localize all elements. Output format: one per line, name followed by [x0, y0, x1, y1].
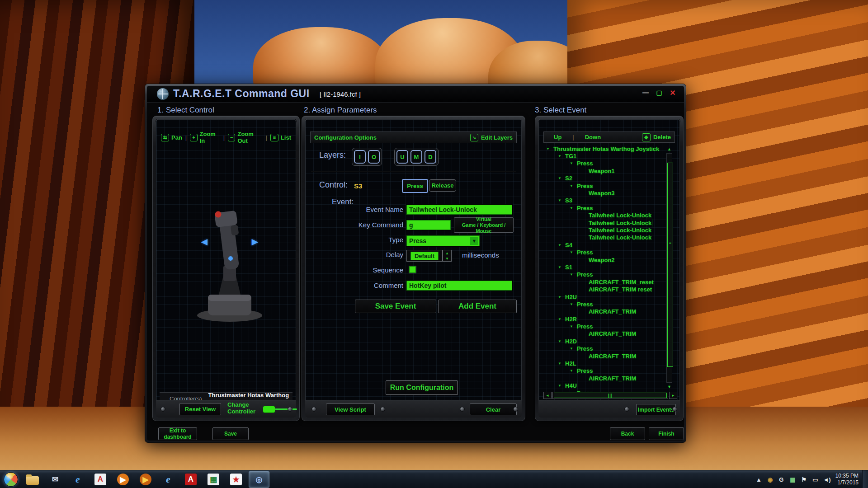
tree-item-aircraft-trim[interactable]: AIRCRAFT_TRIM [543, 308, 665, 315]
game-wheel-icon[interactable]: ◉ [766, 476, 774, 483]
layer-button-m[interactable]: M [410, 150, 422, 164]
expand-arrow-icon[interactable]: ▼ [570, 347, 577, 351]
zoom-out-button[interactable]: − Zoom Out [228, 131, 262, 144]
expand-arrow-icon[interactable]: ▼ [558, 176, 565, 180]
virtual-keyboard-button[interactable]: Virtual Game / Keyboard / Mouse [454, 217, 514, 233]
volume-icon[interactable]: ◄) [823, 476, 830, 483]
expand-arrow-icon[interactable]: ▼ [570, 272, 577, 277]
mail-taskbar-button[interactable]: ✉ [45, 472, 65, 487]
tree-item-tailwheel-lock-unlock[interactable]: Tailwheel Lock-Unlock [543, 226, 665, 234]
list-button[interactable]: ≡ List [270, 134, 291, 141]
expand-arrow-icon[interactable]: ▼ [570, 324, 577, 328]
expand-arrow-icon[interactable]: ▼ [558, 317, 565, 321]
expand-arrow-icon[interactable]: ▼ [558, 384, 565, 388]
show-desktop-button[interactable] [862, 470, 868, 488]
event-name-input[interactable]: Tailwheel Lock-Unlock [406, 205, 512, 215]
delete-button[interactable]: ◈ Delete [642, 133, 671, 141]
comment-input[interactable]: HotKey pilot [406, 281, 512, 291]
target-app-taskbar-button[interactable]: ◎ [249, 471, 269, 488]
rotate-right-arrow-icon[interactable]: ► [250, 235, 260, 248]
exit-to-dashboard-button[interactable]: Exit to dashboard [158, 427, 197, 440]
move-up-button[interactable]: Up [554, 134, 561, 141]
expand-arrow-icon[interactable]: ▼ [558, 361, 565, 366]
favorites-star-taskbar-button[interactable]: ★ [226, 472, 246, 487]
controller-slider-thumb[interactable] [263, 406, 275, 413]
horizontal-scroll-thumb[interactable]: ||| [554, 393, 667, 398]
expand-arrow-icon[interactable]: ▼ [570, 161, 577, 165]
tree-item-press[interactable]: ▼Press [543, 345, 665, 352]
network-icon[interactable]: ▭ [811, 476, 819, 483]
tree-item-h2l[interactable]: ▼H2L [543, 360, 665, 367]
tree-item-thrustmaster-hotas-warthog-joystick[interactable]: ▼Thrustmaster Hotas Warthog Joystick [543, 145, 665, 152]
vertical-scrollbar[interactable]: ▲ ≡ ▼ [666, 146, 673, 390]
expand-arrow-icon[interactable]: ▼ [570, 369, 577, 373]
tree-item-tailwheel-lock-unlock[interactable]: Tailwheel Lock-Unlock [543, 234, 665, 241]
sequence-checkbox[interactable] [409, 266, 416, 273]
tree-item-press[interactable]: ▼Press [543, 367, 665, 375]
app-a-taskbar-button[interactable]: A [90, 472, 110, 487]
minimize-button[interactable]: — [641, 89, 651, 98]
dropdown-arrow-icon[interactable]: ▼ [470, 237, 478, 245]
tree-item-h2r[interactable]: ▼H2R [543, 315, 665, 323]
expand-arrow-icon[interactable]: ▼ [570, 184, 577, 188]
horizontal-scrollbar[interactable]: ◄ ||| ► [543, 392, 677, 399]
save-event-button[interactable]: Save Event [355, 300, 436, 313]
run-configuration-button[interactable]: Run Configuration [386, 380, 458, 395]
show-hidden-icons-icon[interactable]: ▲ [755, 476, 762, 483]
layer-button-u[interactable]: U [396, 150, 408, 164]
title-bar[interactable]: T.A.R.G.E.T Command GUI [ Il2-1946.fcf ]… [147, 86, 684, 103]
delay-field[interactable]: Default [406, 250, 443, 262]
tree-item-press[interactable]: ▼Press [543, 323, 665, 330]
scroll-up-icon[interactable]: ▲ [666, 146, 673, 152]
key-command-input[interactable]: g [406, 220, 451, 230]
move-down-button[interactable]: Down [585, 134, 601, 141]
media-player-taskbar-button[interactable]: ▶ [113, 472, 133, 487]
taskbar-clock[interactable]: 10:35 PM 1/7/2015 [835, 473, 859, 486]
expand-arrow-icon[interactable]: ▼ [558, 295, 565, 299]
tree-item-weapon2[interactable]: Weapon2 [543, 256, 665, 263]
spinner-up-icon[interactable]: ▲ [443, 250, 451, 256]
edit-layers-button[interactable]: ↘ Edit Layers [470, 134, 513, 141]
back-button[interactable]: Back [610, 427, 645, 440]
internet-explorer-taskbar-button[interactable]: e [158, 472, 178, 487]
profiler-icon[interactable]: ▦ [789, 476, 796, 483]
save-button[interactable]: Save [212, 427, 249, 440]
layer-button-i[interactable]: I [354, 150, 366, 164]
type-dropdown[interactable]: Press ▼ [406, 235, 480, 246]
tree-item-aircraft-trim[interactable]: AIRCRAFT_TRIM [543, 375, 665, 382]
tree-item-s4[interactable]: ▼S4 [543, 241, 665, 249]
layer-button-d[interactable]: D [425, 150, 436, 164]
media-player-2-taskbar-button[interactable]: ▶ [136, 472, 156, 487]
tree-item-tailwheel-lock-unlock[interactable]: Tailwheel Lock-Unlock [543, 212, 665, 219]
tree-item-aircraft-trim[interactable]: AIRCRAFT_TRIM [543, 352, 665, 360]
expand-arrow-icon[interactable]: ▼ [558, 243, 565, 247]
expand-arrow-icon[interactable]: ▼ [558, 154, 565, 158]
scroll-down-icon[interactable]: ▼ [666, 384, 673, 390]
tree-item-weapon3[interactable]: Weapon3 [543, 189, 665, 197]
logitech-g-icon[interactable]: G [778, 476, 785, 483]
tree-item-s1[interactable]: ▼S1 [543, 263, 665, 271]
expand-arrow-icon[interactable]: ▼ [570, 206, 577, 210]
tree-item-press[interactable]: ▼Press [543, 300, 665, 308]
tree-item-s2[interactable]: ▼S2 [543, 175, 665, 182]
add-event-button[interactable]: Add Event [438, 300, 517, 313]
controller-viewport[interactable]: ◄ ► [163, 147, 296, 392]
tree-item-press[interactable]: ▼Press [543, 249, 665, 256]
action-center-flag-icon[interactable]: ⚑ [800, 476, 807, 483]
tree-item-h4u[interactable]: ▼H4U [543, 382, 665, 389]
maximize-button[interactable]: ▢ [654, 89, 664, 98]
spinner-down-icon[interactable]: ▼ [443, 256, 451, 261]
scroll-right-icon[interactable]: ► [669, 392, 677, 399]
tree-item-s3[interactable]: ▼S3 [543, 197, 665, 204]
expand-arrow-icon[interactable]: ▼ [546, 147, 553, 151]
vertical-scroll-track[interactable]: ≡ [666, 153, 672, 383]
browser-e-taskbar-button[interactable]: e [68, 472, 88, 487]
finish-button[interactable]: Finish [649, 427, 684, 440]
tree-item-aircraft-trim-reset[interactable]: AIRCRAFT_TRIM reset [543, 286, 665, 293]
scroll-left-icon[interactable]: ◄ [543, 392, 552, 399]
adobe-reader-taskbar-button[interactable]: A [181, 472, 201, 487]
horizontal-scroll-track[interactable]: ||| [552, 392, 668, 399]
spreadsheet-taskbar-button[interactable]: ▦ [203, 472, 223, 487]
reset-view-button[interactable]: Reset View [179, 403, 221, 415]
vertical-scroll-thumb[interactable]: ≡ [667, 163, 673, 367]
